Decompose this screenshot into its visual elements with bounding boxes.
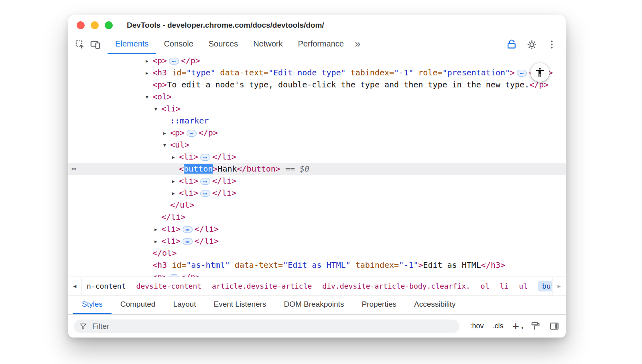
inline-ellipsis-expand-icon[interactable]: … [169, 58, 179, 65]
dom-row[interactable]: ▶<li>…</li> [68, 187, 566, 199]
twisty-collapsed-icon[interactable]: ▶ [154, 224, 161, 236]
inline-ellipsis-expand-icon[interactable]: … [200, 178, 210, 185]
kebab-menu-icon [547, 39, 557, 50]
tab-sources[interactable]: Sources [201, 35, 246, 54]
kebab-menu-icon[interactable] [544, 37, 559, 52]
tab-computed[interactable]: Computed [112, 295, 165, 314]
twisty-collapsed-icon[interactable]: ▶ [146, 67, 152, 79]
code-token: <h3 [152, 68, 167, 77]
toggle-class-button[interactable]: .cls [492, 322, 503, 330]
dom-row[interactable]: <p>To edit a node's type, double-click t… [68, 79, 566, 91]
dom-row[interactable]: ▶<h3 id="type" data-text="Edit node type… [68, 67, 566, 79]
twisty-expanded-icon[interactable]: ▼ [154, 103, 161, 115]
tab-event-listeners[interactable]: Event Listeners [205, 295, 275, 314]
code-token: Edit as HTML [423, 260, 481, 270]
breadcrumb-item-div-devsite-article-body-clearfix[interactable]: div.devsite-article-body.clearfix. [322, 282, 470, 290]
dom-row[interactable]: <h3 id="as-html" data-text="Edit as HTML… [68, 259, 566, 271]
twisty-collapsed-icon[interactable]: ▶ [146, 272, 152, 277]
rendering-emulation-icon[interactable] [530, 321, 540, 331]
tab-styles[interactable]: Styles [73, 295, 112, 314]
code-token: <p> [152, 80, 167, 89]
twisty-collapsed-icon[interactable]: ▶ [172, 188, 179, 200]
code-token: ::marker [170, 116, 209, 125]
device-toolbar-icon[interactable] [87, 37, 103, 52]
filter-input[interactable] [91, 322, 454, 331]
inline-ellipsis-expand-icon[interactable]: … [183, 226, 193, 233]
code-token: </ul> [170, 200, 194, 210]
code-token: "Edit as HTML" [283, 260, 351, 270]
breadcrumb-item-article-devsite-article[interactable]: article.devsite-article [212, 282, 312, 290]
code-token: id= [167, 260, 186, 270]
tab-dom-breakpoints[interactable]: DOM Breakpoints [275, 295, 353, 314]
twisty-expanded-icon[interactable]: ▼ [146, 91, 152, 103]
new-style-rule-button[interactable]: +▾ [512, 322, 522, 330]
code-token: <ol> [152, 92, 172, 101]
tab-network[interactable]: Network [246, 35, 290, 54]
inline-ellipsis-expand-icon[interactable]: … [183, 238, 193, 245]
inline-ellipsis-expand-icon[interactable]: … [517, 70, 527, 77]
inspect-element-icon[interactable] [72, 37, 87, 52]
dom-row[interactable]: ▶<li>…</li> [68, 175, 566, 187]
dom-row[interactable]: </li> [68, 211, 566, 223]
tab-properties[interactable]: Properties [353, 295, 405, 314]
code-token: > [213, 164, 217, 174]
inline-ellipsis-expand-icon[interactable]: … [200, 154, 210, 161]
code-token: <h3 [152, 260, 167, 270]
dom-row[interactable]: ▶<li>…</li> [68, 235, 566, 247]
breadcrumb-item-button[interactable]: button [538, 281, 552, 291]
inline-ellipsis-expand-icon[interactable]: … [200, 190, 210, 197]
dom-row[interactable]: ▶<li>…</li> [68, 151, 566, 163]
dom-row[interactable]: ▼<ol> [68, 91, 566, 103]
dom-row[interactable]: </ol> [68, 247, 566, 259]
dom-row[interactable]: ▼<ul> [68, 139, 566, 151]
breadcrumb-item-devsite-content[interactable]: devsite-content [136, 282, 202, 290]
tab-performance[interactable]: Performance [291, 35, 352, 54]
code-token: </li> [161, 212, 185, 222]
tab-layout[interactable]: Layout [164, 295, 205, 314]
tab-console[interactable]: Console [156, 35, 201, 54]
dom-row[interactable]: ▼<li> [68, 103, 566, 115]
accessibility-pointer-icon [530, 63, 549, 82]
dock-sidebar-icon[interactable] [549, 321, 559, 331]
inline-ellipsis-expand-icon[interactable]: … [169, 274, 179, 277]
dom-row[interactable]: ▶<p>…</p> [68, 55, 566, 67]
tab-accessibility[interactable]: Accessibility [405, 295, 464, 314]
twisty-collapsed-icon[interactable]: ▶ [163, 127, 170, 140]
twisty-collapsed-icon[interactable]: ▶ [146, 55, 152, 67]
twisty-collapsed-icon[interactable]: ▶ [172, 176, 179, 188]
devtools-window: DevTools - developer.chrome.com/docs/dev… [68, 15, 566, 338]
settings-gear-icon[interactable] [524, 37, 539, 52]
close-window-button[interactable] [77, 21, 85, 29]
breadcrumb-item-ol[interactable]: ol [481, 282, 490, 290]
dom-row-selected[interactable]: ⋯<button>Hank</button> == $0 [68, 163, 566, 175]
more-tabs-icon[interactable]: » [351, 38, 364, 50]
breadcrumb-scroll-right-icon[interactable]: ▶ [552, 277, 566, 295]
dom-row[interactable]: </ul> [68, 199, 566, 211]
inline-ellipsis-expand-icon[interactable]: … [187, 130, 197, 137]
breadcrumb-bar: ◀ n-contentdevsite-contentarticle.devsit… [68, 277, 566, 295]
dom-row[interactable]: ::marker [68, 115, 566, 127]
accessibility-person-icon [534, 67, 545, 78]
code-token: > [418, 260, 423, 270]
row-actions-icon[interactable]: ⋯ [71, 163, 77, 175]
filter-input-wrap[interactable] [74, 320, 459, 333]
toggle-hover-state-button[interactable]: :hov [470, 322, 484, 330]
code-token: </p> [181, 56, 200, 65]
minimize-window-button[interactable] [91, 21, 99, 29]
code-token: <p> [152, 272, 167, 277]
zoom-window-button[interactable] [105, 21, 113, 29]
breadcrumb-item-n-content[interactable]: n-content [87, 282, 126, 290]
dom-row[interactable]: ▶<p>…</p> [68, 271, 566, 277]
twisty-collapsed-icon[interactable]: ▶ [172, 152, 179, 164]
twisty-expanded-icon[interactable]: ▼ [163, 140, 170, 152]
dom-row[interactable]: ▶<p>…</p> [68, 127, 566, 139]
breadcrumb-item-ul[interactable]: ul [519, 282, 528, 290]
twisty-collapsed-icon[interactable]: ▶ [154, 236, 161, 248]
toolbar-right-controls [504, 37, 559, 52]
tab-elements[interactable]: Elements [108, 35, 156, 54]
breadcrumb-item-li[interactable]: li [500, 282, 509, 290]
breadcrumb-scroll-left-icon[interactable]: ◀ [68, 277, 82, 295]
dom-row[interactable]: ▶<li>…</li> [68, 223, 566, 235]
screencast-icon[interactable] [504, 37, 519, 52]
new-style-rule-caret-icon: ▾ [521, 324, 523, 332]
